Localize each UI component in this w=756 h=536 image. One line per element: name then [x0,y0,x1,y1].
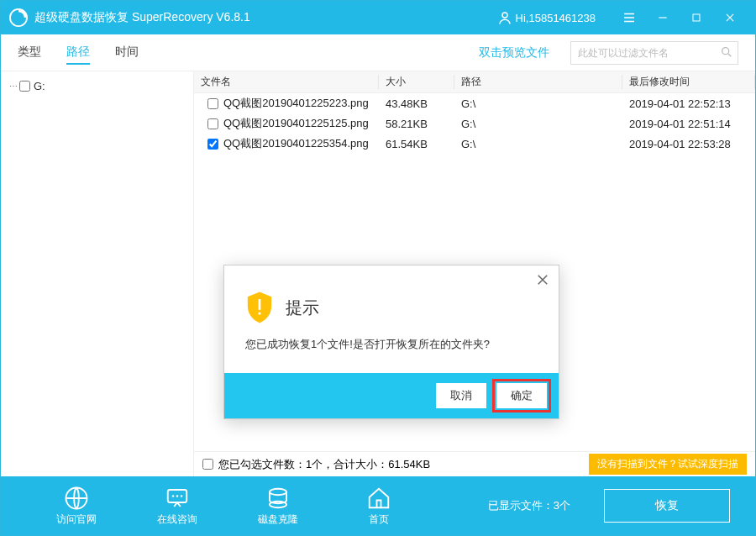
drive-label: G: [34,80,45,92]
home-icon [366,486,391,511]
table-row[interactable]: QQ截图20190401225223.png43.48KBG:\2019-04-… [194,93,755,113]
tab-time[interactable]: 时间 [115,41,139,65]
user-label: Hi,15851461238 [516,12,596,24]
svg-rect-4 [259,299,261,310]
summary-text: 您已勾选文件数：1个，合计大小：61.54KB [218,457,430,472]
row-filename: QQ截图20190401225223.png [223,96,369,111]
col-header-name[interactable]: 文件名 [194,75,379,89]
row-checkbox[interactable] [207,118,218,129]
close-icon [724,12,736,24]
row-path: G:\ [454,118,622,130]
row-size: 43.48KB [379,97,454,110]
filter-tabs: 类型 路径 时间 [18,41,139,65]
column-header: 文件名 大小 路径 最后修改时间 [194,71,755,93]
svg-point-12 [270,501,286,507]
row-checkbox[interactable] [207,98,218,109]
dialog-close-button[interactable] [535,272,550,291]
search-box [570,41,738,65]
row-filename: QQ截图20190401225354.png [223,136,369,151]
search-input[interactable] [570,41,738,65]
toolbar: 类型 路径 时间 双击预览文件 [1,34,755,71]
maximize-button[interactable] [680,1,713,34]
dialog-cancel-button[interactable]: 取消 [436,383,486,408]
deepscan-button[interactable]: 没有扫描到文件？试试深度扫描 [589,454,747,475]
prompt-dialog: 提示 您已成功恢复1个文件!是否打开恢复所在的文件夹? 取消 确定 [223,265,559,419]
row-filename: QQ截图20190401225125.png [223,116,369,131]
svg-rect-2 [693,14,700,21]
app-logo-icon [9,8,28,27]
row-size: 58.21KB [379,118,454,130]
dialog-ok-button[interactable]: 确定 [496,383,547,408]
row-date: 2019-04-01 22:53:28 [622,138,755,150]
bottom-item-home[interactable]: 首页 [328,486,429,527]
minimize-button[interactable] [646,1,680,34]
tab-type[interactable]: 类型 [18,41,41,65]
menu-icon [622,10,637,25]
tab-path[interactable]: 路径 [66,41,90,65]
minimize-icon [657,12,669,24]
app-title: 超级硬盘数据恢复 SuperRecovery V6.8.1 [34,10,250,25]
svg-rect-5 [259,313,261,315]
disk-clone-icon [265,486,291,511]
tree-toggle-icon[interactable]: ⋯ [9,81,18,91]
menu-button[interactable] [612,1,646,34]
maximize-icon [691,13,701,23]
selection-summary: 您已勾选文件数：1个，合计大小：61.54KB 没有扫描到文件？试试深度扫描 [194,451,755,476]
row-size: 61.54KB [379,138,454,150]
row-date: 2019-04-01 22:52:13 [622,97,755,110]
bottom-item-label: 访问官网 [56,512,97,527]
row-path: G:\ [454,97,622,110]
bottom-item-label: 磁盘克隆 [258,512,298,527]
dialog-title: 提示 [286,297,319,319]
displayed-count: 已显示文件：3个 [488,498,570,513]
col-header-date[interactable]: 最后修改时间 [622,75,755,89]
row-checkbox[interactable] [207,139,218,150]
file-rows: QQ截图20190401225223.png43.48KBG:\2019-04-… [194,93,755,154]
svg-point-3 [722,47,729,54]
preview-link[interactable]: 双击预览文件 [479,45,549,60]
title-bar: 超级硬盘数据恢复 SuperRecovery V6.8.1 Hi,1585146… [1,1,755,34]
svg-point-9 [176,495,179,497]
drive-checkbox[interactable] [19,81,30,92]
bottom-item-diskclone[interactable]: 磁盘克隆 [228,486,328,527]
col-header-size[interactable]: 大小 [379,75,454,89]
bottom-item-website[interactable]: 访问官网 [26,486,127,527]
svg-point-8 [172,495,175,497]
globe-icon [64,486,89,511]
close-icon [535,272,550,287]
row-date: 2019-04-01 22:51:14 [622,118,755,130]
restore-button[interactable]: 恢复 [604,489,730,523]
bottom-item-label: 在线咨询 [157,512,197,527]
user-account[interactable]: Hi,15851461238 [497,10,596,25]
col-header-path[interactable]: 路径 [454,75,622,89]
search-icon[interactable] [720,45,733,62]
svg-point-1 [502,13,507,18]
svg-point-11 [270,488,286,495]
table-row[interactable]: QQ截图20190401225354.png61.54KBG:\2019-04-… [194,134,755,154]
bottom-item-consult[interactable]: 在线咨询 [127,486,228,527]
row-path: G:\ [454,138,622,150]
user-icon [497,10,512,25]
shield-warning-icon [245,291,274,324]
bottom-bar: 访问官网 在线咨询 磁盘克隆 首页 已显示文件：3个 恢复 [1,476,755,535]
close-button[interactable] [713,1,747,34]
table-row[interactable]: QQ截图20190401225125.png58.21KBG:\2019-04-… [194,113,755,134]
summary-checkbox[interactable] [202,459,213,470]
svg-point-10 [181,495,183,497]
drive-tree-item[interactable]: ⋯ G: [9,76,185,95]
bottom-item-label: 首页 [369,512,389,527]
dialog-message: 您已成功恢复1个文件!是否打开恢复所在的文件夹? [224,337,559,373]
chat-icon [165,486,190,511]
sidebar: ⋯ G: [1,71,194,476]
